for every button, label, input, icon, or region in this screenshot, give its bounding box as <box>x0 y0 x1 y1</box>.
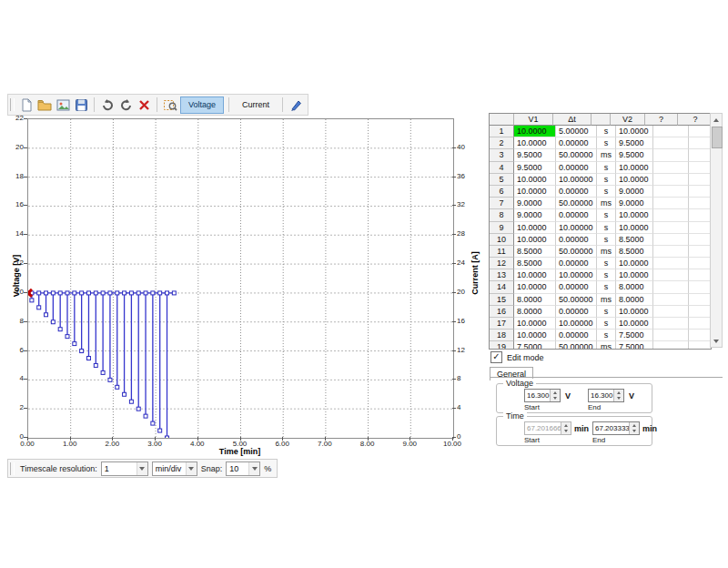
table-cell[interactable]: 10.0000 <box>616 258 653 269</box>
waveform-point[interactable] <box>158 291 162 295</box>
table-cell[interactable]: 11 <box>490 246 514 258</box>
waveform-point[interactable] <box>73 342 76 346</box>
table-cell[interactable]: 10.00000 <box>556 174 597 186</box>
table-cell[interactable]: 10.00000 <box>556 269 597 281</box>
table-cell[interactable]: 15 <box>490 294 514 306</box>
table-cell[interactable]: 13 <box>490 269 514 281</box>
table-cell[interactable]: 8.0000 <box>514 306 556 318</box>
redo-button[interactable] <box>99 96 116 113</box>
voltage-end-spinner[interactable]: 16.300 <box>588 389 624 402</box>
spinner-arrows[interactable] <box>613 390 623 401</box>
waveform-point[interactable] <box>94 291 97 295</box>
undo-button[interactable] <box>117 96 134 113</box>
table-cell[interactable]: 7.5000 <box>616 330 653 341</box>
waveform-point[interactable] <box>144 291 147 295</box>
toolbar-grip[interactable] <box>10 462 15 475</box>
zoom-selection-button[interactable] <box>162 96 178 113</box>
table-cell[interactable]: 9.0000 <box>514 198 556 209</box>
waveform-point[interactable] <box>116 291 119 295</box>
table-cell[interactable] <box>689 149 712 161</box>
timescale-unit-select[interactable]: min/div <box>152 462 197 476</box>
table-cell[interactable]: 4 <box>490 162 514 174</box>
voltage-start-spinner[interactable]: 16.300 <box>524 389 561 402</box>
waveform-point[interactable] <box>136 291 140 295</box>
waveform-point[interactable] <box>80 350 84 353</box>
table-cell[interactable] <box>653 269 689 281</box>
table-cell[interactable]: 10.0000 <box>514 234 556 246</box>
table-cell[interactable]: 16 <box>490 306 514 318</box>
waveform-point[interactable] <box>151 291 155 295</box>
table-cell[interactable] <box>653 330 689 341</box>
waveform-point[interactable] <box>66 335 69 339</box>
voltage-tab[interactable]: Voltage <box>180 96 224 114</box>
waveform-point[interactable] <box>144 414 147 418</box>
table-cell[interactable]: 10.0000 <box>514 330 556 341</box>
waveform-point[interactable] <box>151 421 155 425</box>
table-cell[interactable]: ms <box>597 341 616 350</box>
table-cell[interactable]: ms <box>597 246 616 258</box>
table-cell[interactable] <box>689 318 712 330</box>
table-cell[interactable]: 14 <box>490 281 514 293</box>
table-cell[interactable]: 10.0000 <box>514 222 556 234</box>
table-cell[interactable]: 10.0000 <box>616 269 653 281</box>
waveform-point[interactable] <box>129 400 133 403</box>
table-cell[interactable] <box>653 209 689 221</box>
table-cell[interactable]: 0.00000 <box>556 258 597 269</box>
scroll-up-button[interactable] <box>711 114 722 126</box>
table-cell[interactable]: 0.00000 <box>556 209 597 221</box>
table-cell[interactable]: 7 <box>490 198 514 209</box>
table-cell[interactable] <box>689 294 712 306</box>
table-cell[interactable] <box>653 149 689 161</box>
snap-select[interactable]: 10 <box>226 462 260 476</box>
waveform-chart[interactable] <box>28 119 453 438</box>
spinner-arrows[interactable] <box>550 390 560 401</box>
pen-tool-button[interactable] <box>288 96 304 113</box>
waveform-point[interactable] <box>101 370 105 374</box>
table-cell[interactable]: 8 <box>490 209 514 221</box>
table-cell[interactable]: 7.5000 <box>514 341 556 350</box>
table-cell[interactable]: s <box>597 306 616 318</box>
table-cell[interactable] <box>653 137 689 149</box>
table-cell[interactable] <box>653 222 689 234</box>
scrollbar-thumb[interactable] <box>712 127 723 148</box>
table-cell[interactable]: s <box>597 186 616 198</box>
table-cell[interactable]: 0.00000 <box>556 330 597 341</box>
waveform-point[interactable] <box>58 328 62 331</box>
waveform-point[interactable] <box>116 385 119 389</box>
table-cell[interactable]: 9.5000 <box>514 149 556 161</box>
table-cell[interactable]: 6 <box>490 186 514 198</box>
table-cell[interactable] <box>653 126 689 137</box>
table-cell[interactable]: 17 <box>490 318 514 330</box>
table-cell[interactable] <box>689 234 712 246</box>
table-cell[interactable]: 10.0000 <box>616 174 653 186</box>
table-cell[interactable] <box>689 281 712 293</box>
table-cell[interactable]: ms <box>597 149 616 161</box>
waveform-point[interactable] <box>66 291 69 295</box>
table-cell[interactable]: s <box>597 222 616 234</box>
delete-button[interactable] <box>136 96 152 113</box>
table-cell[interactable]: s <box>597 258 616 269</box>
waveform-plot-area[interactable] <box>27 118 454 439</box>
table-cell[interactable]: 9.0000 <box>616 198 653 209</box>
table-cell[interactable]: 50.00000 <box>556 149 597 161</box>
table-cell[interactable]: 0.00000 <box>556 234 597 246</box>
table-cell[interactable] <box>653 306 689 318</box>
table-cell[interactable]: 10.0000 <box>616 306 653 318</box>
export-image-button[interactable] <box>55 96 71 113</box>
table-cell[interactable]: s <box>597 126 616 137</box>
waveform-point[interactable] <box>101 291 105 295</box>
time-end-spinner[interactable]: 67.2033333 <box>592 421 640 435</box>
table-cell[interactable]: 10.0000 <box>616 222 653 234</box>
table-cell[interactable]: 8.5000 <box>616 246 653 258</box>
waveform-point[interactable] <box>158 429 162 432</box>
table-cell[interactable] <box>689 186 712 198</box>
table-cell[interactable]: 10 <box>490 234 514 246</box>
new-file-button[interactable] <box>18 96 35 113</box>
table-cell[interactable]: 0.00000 <box>556 306 597 318</box>
waveform-point[interactable] <box>166 436 169 438</box>
waveform-point[interactable] <box>51 320 55 324</box>
table-cell[interactable]: 50.00000 <box>556 294 597 306</box>
table-cell[interactable]: ms <box>597 294 616 306</box>
table-cell[interactable] <box>653 258 689 269</box>
waveform-point[interactable] <box>45 313 48 317</box>
